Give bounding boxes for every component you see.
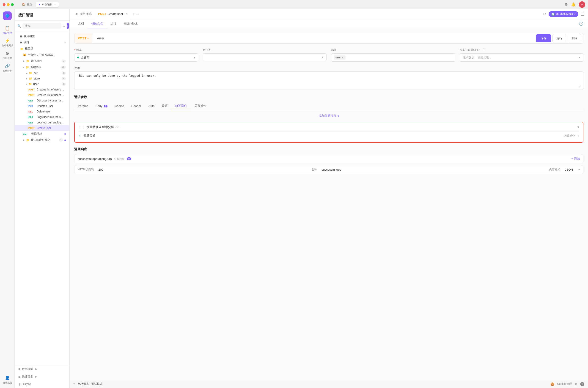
params-title: 请求参数: [74, 95, 583, 99]
add-button[interactable]: +: [67, 23, 69, 29]
sidebar-item-online-share[interactable]: 🔗 在线分享: [0, 62, 14, 74]
filter-icon[interactable]: ▽: [63, 24, 65, 28]
sidebar-item-invite-members[interactable]: 👤 邀请成员: [0, 374, 14, 386]
sub-tab-advanced-mock[interactable]: 高级 Mock: [120, 19, 141, 28]
sidebar-mock-address[interactable]: GET 模拟地址: [15, 131, 69, 137]
sidebar-item-api[interactable]: ⊞ 接口 ▾: [15, 39, 69, 46]
history-icon[interactable]: 🕐: [579, 22, 583, 26]
tab-project-overview[interactable]: ⊞ 项目概览: [73, 9, 94, 19]
trash-bottom-icon[interactable]: 🗑: [575, 383, 577, 386]
sidebar-item-project-overview[interactable]: ⊞ 项目概览: [15, 33, 69, 39]
tab-body[interactable]: Body 1: [92, 102, 111, 110]
home-icon: 🏠: [22, 3, 26, 6]
status-label: * 状态: [74, 48, 198, 52]
sidebar-recycle-bin[interactable]: 🗑 回收站: [15, 380, 69, 388]
data-model-label: 数据模型: [22, 367, 33, 371]
close-button[interactable]: [3, 3, 5, 6]
recycle-bin-label: 回收站: [23, 382, 31, 386]
sidebar-creates-list-1[interactable]: POST Creates list of users ...: [15, 87, 69, 92]
action-group-expand-icon[interactable]: ▾: [577, 125, 579, 129]
refresh-icon[interactable]: ⟳: [543, 12, 546, 16]
tab-close-icon[interactable]: ✕: [54, 3, 56, 6]
cookie-management-label[interactable]: Cookie 管理: [557, 382, 572, 386]
add-pre-action-button[interactable]: 添加前置操作 ▾: [74, 114, 583, 118]
sidebar-root-dir[interactable]: 📁 根目录: [15, 46, 69, 52]
search-input[interactable]: [23, 23, 61, 29]
sub-tab-history[interactable]: 🕐: [579, 22, 583, 26]
sidebar-delete-user[interactable]: DEL Delete user: [15, 109, 69, 114]
user-avatar[interactable]: A: [579, 1, 585, 8]
url-bar: POST ▾ 保存 运行 删除: [74, 33, 583, 44]
delete-button[interactable]: 删除: [568, 34, 581, 42]
sidebar-pet-folder[interactable]: ▶ 📁 pet 8: [15, 70, 69, 76]
action-var-replace-type: 内置操作: [564, 134, 575, 138]
sidebar-api-visualize[interactable]: ▶ 📁 接口响应可视化 1: [15, 137, 69, 143]
sidebar-creates-list-2[interactable]: POST Creates list of users ...: [15, 92, 69, 98]
owner-select[interactable]: ▾: [203, 53, 327, 61]
url-input[interactable]: [94, 36, 534, 40]
doc-mode-button[interactable]: 文档模式: [78, 382, 89, 386]
tab-create-user[interactable]: POST Create user ✕: [95, 9, 131, 19]
tab-pre-action[interactable]: 前置操作: [171, 102, 191, 110]
run-button[interactable]: 运行: [553, 34, 566, 42]
expand-icon[interactable]: ⤢: [579, 85, 581, 88]
tab-cookie[interactable]: Cookie: [111, 102, 128, 110]
menu-icon[interactable]: ☰: [581, 12, 584, 17]
sidebar-logs-out[interactable]: GET Logs out current log...: [15, 120, 69, 125]
more-tabs-button[interactable]: ···: [136, 12, 139, 16]
tab-close-create-user[interactable]: ✕: [126, 12, 128, 15]
sidebar-store-folder[interactable]: ▶ 📁 store 4: [15, 76, 69, 81]
sidebar-quick-request[interactable]: ⊞ 快捷请求 ▶: [15, 373, 69, 380]
tags-input[interactable]: user ✕: [331, 53, 455, 62]
collapse-icon: ▾: [23, 66, 24, 69]
sidebar-pet-shop[interactable]: ▾ 📁 宠物商店 20: [15, 64, 69, 70]
sidebar-get-user-by-name[interactable]: GET Get user by user na...: [15, 98, 69, 103]
description-input[interactable]: This can only be done by the logged in u…: [74, 72, 583, 90]
settings-icon[interactable]: ⚙: [565, 2, 568, 7]
sub-tab-docs[interactable]: 文档: [74, 19, 88, 28]
desc-label: 说明: [74, 66, 583, 70]
sidebar-user-folder[interactable]: ▾ 📁 user 8: [15, 81, 69, 87]
method-selector[interactable]: POST ▾: [75, 33, 92, 43]
drag-handle-icon[interactable]: ⋮⋮: [78, 125, 85, 129]
sub-tab-edit-docs[interactable]: 修改文档: [88, 19, 107, 28]
folder-icon-user: 📁: [28, 82, 32, 86]
mock-badge[interactable]: 🔄 本 本地 Mock ▾: [549, 11, 578, 17]
add-response-button[interactable]: + 添加: [571, 157, 580, 161]
tab-settings[interactable]: 设置: [158, 102, 171, 110]
action-group: ⋮⋮ 变量替换 & 继承父级 1/1 ▾ ✓ 变量替换 内置操作 ›: [74, 122, 583, 143]
tab-header[interactable]: Header: [128, 102, 145, 110]
save-button[interactable]: 保存: [536, 34, 551, 42]
pre-action-tab-label: 前置操作: [175, 104, 187, 107]
sidebar-data-model[interactable]: ⊞ 数据模型 ▶: [15, 365, 69, 373]
tab-project[interactable]: ● 示例项目 ✕: [36, 1, 59, 7]
maximize-button[interactable]: [11, 3, 14, 6]
service-select[interactable]: 继承父级 跟随父级... ▾: [460, 53, 584, 62]
sidebar-logs-into[interactable]: GET Logs user into the s...: [15, 114, 69, 120]
main-content: ⊞ 项目概览 POST Create user ✕ + ··· ⟳ 🔄 本 本地…: [70, 9, 588, 388]
debug-mode-button[interactable]: 调试模式: [91, 382, 102, 386]
status-select[interactable]: 已发布 ▾: [74, 53, 198, 62]
add-tab-button[interactable]: +: [132, 12, 135, 17]
notification-icon[interactable]: 🔔: [571, 2, 576, 7]
tag-close-icon[interactable]: ✕: [342, 56, 344, 59]
sidebar-item-project-settings[interactable]: ⚙ 项目设置: [0, 49, 14, 62]
tab-params[interactable]: Params: [74, 102, 92, 110]
sidebar-create-user[interactable]: POST Create user: [15, 125, 69, 131]
minimize-button[interactable]: [7, 3, 10, 6]
tab-post-action[interactable]: 后置操作: [191, 102, 210, 110]
sidebar-example-project[interactable]: ▶ 📁 示例项目 7: [15, 58, 69, 64]
collapse-left-icon[interactable]: «: [73, 382, 75, 386]
sidebar-apifox-intro[interactable]: 🐱 一分钟，了解 Apifox！: [15, 52, 69, 58]
tab-home[interactable]: 🏠 主页: [19, 1, 35, 7]
sidebar-item-automation[interactable]: ⚡ 自动化测试: [0, 36, 14, 49]
tab-auth[interactable]: Auth: [145, 102, 158, 110]
content-type-chevron-icon[interactable]: ▾: [578, 168, 580, 171]
check-icon: ✓: [78, 134, 81, 137]
sub-tab-run[interactable]: 运行: [107, 19, 120, 28]
sidebar-updated-user[interactable]: PUT Updated user: [15, 103, 69, 109]
help-bottom-icon[interactable]: ?: [580, 382, 584, 386]
sidebar-item-api-management[interactable]: 📋 接口管理: [0, 24, 14, 36]
status-value: 已发布: [80, 55, 89, 60]
expand-icon: ▶: [23, 60, 25, 63]
